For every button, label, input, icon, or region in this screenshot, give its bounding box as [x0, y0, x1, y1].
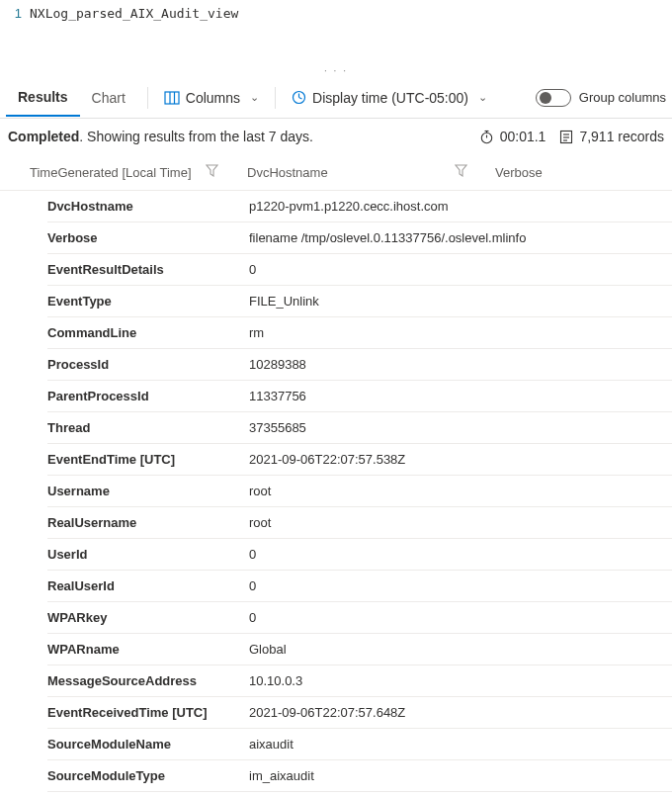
tab-chart[interactable]: Chart: [80, 80, 137, 116]
status-range: . Showing results from the last 7 days.: [79, 129, 313, 144]
detail-key: RealUserId: [47, 578, 249, 593]
detail-row[interactable]: Usernameroot: [47, 476, 672, 507]
display-time-button[interactable]: Display time (UTC-05:00) ⌄: [286, 86, 493, 110]
detail-key: Thread: [47, 420, 249, 435]
detail-value: 37355685: [249, 420, 672, 435]
detail-value: 10.10.0.3: [249, 673, 672, 688]
detail-row[interactable]: SourceModuleNameaixaudit: [47, 729, 672, 760]
detail-row[interactable]: RealUsernameroot: [47, 507, 672, 539]
detail-key: RealUsername: [47, 515, 249, 530]
detail-value: im_aixaudit: [249, 768, 672, 783]
column-dvchostname[interactable]: DvcHostname: [247, 165, 455, 180]
filter-icon[interactable]: [455, 164, 467, 180]
detail-value: FILE_Unlink: [249, 294, 672, 309]
detail-key: UserId: [47, 547, 249, 562]
detail-key: ProcessId: [47, 357, 249, 372]
detail-row[interactable]: DvcHostnamep1220-pvm1.p1220.cecc.ihost.c…: [47, 191, 672, 222]
group-columns-label: Group columns: [579, 90, 666, 105]
detail-key: EventReceivedTime [UTC]: [47, 705, 249, 720]
detail-value: 0: [249, 578, 672, 593]
detail-value: 2021-09-06T22:07:57.538Z: [249, 452, 672, 467]
column-verbose[interactable]: Verbose: [455, 164, 543, 180]
detail-key: WPARname: [47, 642, 249, 657]
detail-key: MessageSourceAddress: [47, 673, 249, 688]
tab-results[interactable]: Results: [6, 79, 80, 117]
resize-handle[interactable]: · · ·: [0, 67, 672, 77]
detail-row[interactable]: SourceModuleTypeim_aixaudit: [47, 760, 672, 792]
clock-icon: [292, 90, 306, 105]
svg-line-5: [299, 98, 302, 100]
query-text[interactable]: NXLog_parsed_AIX_Audit_view: [22, 4, 238, 62]
line-number: 1: [0, 4, 22, 62]
chevron-down-icon: ⌄: [250, 91, 259, 104]
detail-key: DvcHostname: [47, 199, 249, 214]
detail-value: Global: [249, 642, 672, 657]
group-columns-toggle[interactable]: [536, 89, 571, 107]
column-header-row: TimeGenerated [Local Time] DvcHostname V…: [0, 154, 672, 191]
detail-row[interactable]: ProcessId10289388: [47, 349, 672, 381]
status-bar: Completed. Showing results from the last…: [0, 119, 672, 154]
detail-row[interactable]: WPARkey0: [47, 602, 672, 634]
column-label: Verbose: [495, 165, 543, 180]
detail-row[interactable]: Verbosefilename /tmp/oslevel.0.11337756/…: [47, 222, 672, 254]
detail-row[interactable]: ParentProcessId11337756: [47, 381, 672, 412]
detail-row[interactable]: WPARnameGlobal: [47, 634, 672, 665]
detail-key: ParentProcessId: [47, 389, 249, 403]
detail-key: EventType: [47, 294, 249, 309]
query-editor[interactable]: 1 NXLog_parsed_AIX_Audit_view: [0, 0, 672, 67]
detail-value: 0: [249, 547, 672, 562]
detail-row[interactable]: MessageSourceAddress10.10.0.3: [47, 665, 672, 697]
detail-key: CommandLine: [47, 325, 249, 340]
detail-value: root: [249, 484, 672, 498]
columns-icon: [164, 91, 180, 105]
detail-key: EventResultDetails: [47, 262, 249, 277]
detail-value: 0: [249, 610, 672, 625]
detail-key: SourceModuleName: [47, 737, 249, 752]
filter-icon[interactable]: [206, 164, 218, 180]
stopwatch-icon: [479, 130, 494, 144]
columns-label: Columns: [186, 90, 240, 106]
detail-key: WPARkey: [47, 610, 249, 625]
display-time-label: Display time (UTC-05:00): [312, 90, 468, 106]
detail-key: Username: [47, 484, 249, 498]
record-count: 7,911 records: [559, 129, 664, 144]
records-value: 7,911 records: [579, 129, 664, 144]
detail-row[interactable]: RealUserId0: [47, 571, 672, 602]
detail-value: aixaudit: [249, 737, 672, 752]
column-timegenerated[interactable]: TimeGenerated [Local Time]: [30, 164, 247, 180]
detail-key: Verbose: [47, 230, 249, 245]
svg-rect-0: [165, 92, 179, 104]
detail-row[interactable]: CommandLinerm: [47, 317, 672, 349]
elapsed-value: 00:01.1: [500, 129, 546, 144]
detail-value: rm: [249, 325, 672, 340]
record-details: DvcHostnamep1220-pvm1.p1220.cecc.ihost.c…: [0, 191, 672, 792]
chevron-down-icon: ⌄: [478, 91, 487, 104]
detail-key: EventEndTime [UTC]: [47, 452, 249, 467]
status-text: Completed. Showing results from the last…: [8, 129, 465, 144]
detail-value: filename /tmp/oslevel.0.11337756/.osleve…: [249, 230, 672, 245]
detail-row[interactable]: EventReceivedTime [UTC]2021-09-06T22:07:…: [47, 697, 672, 729]
detail-value: 10289388: [249, 357, 672, 372]
divider: [147, 87, 148, 109]
detail-value: 2021-09-06T22:07:57.648Z: [249, 705, 672, 720]
detail-value: 0: [249, 262, 672, 277]
detail-row[interactable]: EventEndTime [UTC]2021-09-06T22:07:57.53…: [47, 444, 672, 476]
elapsed-time: 00:01.1: [479, 129, 546, 144]
status-completed: Completed: [8, 129, 79, 144]
detail-value: p1220-pvm1.p1220.cecc.ihost.com: [249, 199, 672, 214]
results-toolbar: Results Chart Columns ⌄ Display time (UT…: [0, 77, 672, 119]
detail-row[interactable]: EventTypeFILE_Unlink: [47, 286, 672, 317]
detail-value: root: [249, 515, 672, 530]
divider: [275, 87, 276, 109]
columns-button[interactable]: Columns ⌄: [158, 86, 265, 110]
records-icon: [559, 130, 573, 144]
column-label: DvcHostname: [247, 165, 328, 180]
detail-key: SourceModuleType: [47, 768, 249, 783]
detail-row[interactable]: EventResultDetails0: [47, 254, 672, 286]
detail-row[interactable]: Thread37355685: [47, 412, 672, 444]
column-label: TimeGenerated [Local Time]: [30, 165, 192, 180]
detail-value: 11337756: [249, 389, 672, 403]
detail-row[interactable]: UserId0: [47, 539, 672, 571]
